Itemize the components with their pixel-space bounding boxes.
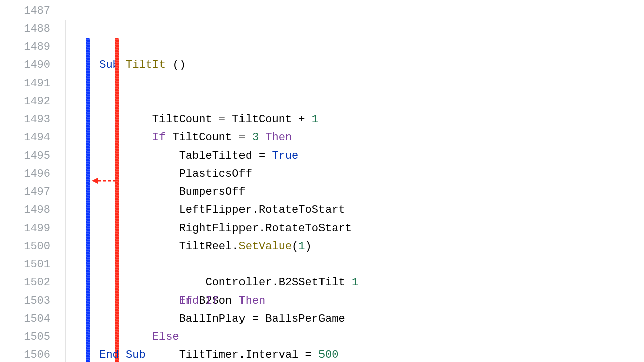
code-line: 1497 If B2Son Then bbox=[0, 183, 644, 201]
code-editor: 1487 1488 Sub TiltIt () 1489 TiltCount =… bbox=[0, 0, 644, 362]
line-number: 1501 bbox=[0, 256, 59, 274]
code-line: 1503 TiltTimer.Enabled = True bbox=[0, 292, 644, 310]
line-number: 1504 bbox=[0, 310, 59, 328]
line-number: 1500 bbox=[0, 238, 59, 256]
code-line: 1502 TiltTimer.Interval = 500 bbox=[0, 274, 644, 292]
line-number: 1492 bbox=[0, 93, 59, 111]
line-number: 1487 bbox=[0, 2, 59, 20]
code-line: 1491 TableTilted = True bbox=[0, 75, 644, 93]
line-number: 1497 bbox=[0, 183, 59, 201]
code-line: 1496 TiltReel.SetValue(1) bbox=[0, 165, 644, 183]
line-number: 1488 bbox=[0, 20, 59, 38]
code-line: 1494 LeftFlipper.RotateToStart bbox=[0, 129, 644, 147]
line-number: 1506 bbox=[0, 346, 59, 362]
line-number: 1494 bbox=[0, 129, 59, 147]
line-number: 1491 bbox=[0, 75, 59, 93]
line-number: 1499 bbox=[0, 220, 59, 238]
line-number: 1496 bbox=[0, 165, 59, 183]
code-line: 1487 bbox=[0, 2, 644, 20]
code-line: 1501 Else bbox=[0, 256, 644, 274]
code-line: 1500 BallInPlay = BallsPerGame bbox=[0, 238, 644, 256]
line-number: 1493 bbox=[0, 111, 59, 129]
code-line: 1495 RightFlipper.RotateToStart bbox=[0, 147, 644, 165]
line-number: 1503 bbox=[0, 292, 59, 310]
code-line: 1506 bbox=[0, 346, 644, 362]
code-line: 1493 BumpersOff bbox=[0, 111, 644, 129]
code-line: 1488 Sub TiltIt () bbox=[0, 20, 644, 38]
line-number: 1498 bbox=[0, 201, 59, 220]
line-number: 1490 bbox=[0, 56, 59, 75]
code-line: 1490 If TiltCount = 3 Then bbox=[0, 56, 644, 75]
code-line: 1504 End If bbox=[0, 310, 644, 328]
line-number: 1495 bbox=[0, 147, 59, 165]
code-line: 1498 Controller.B2SSetTilt 1 bbox=[0, 201, 644, 220]
line-number: 1505 bbox=[0, 328, 59, 346]
code-line: 1489 TiltCount = TiltCount + 1 bbox=[0, 38, 644, 56]
code-line: 1499 End If bbox=[0, 220, 644, 238]
line-number: 1502 bbox=[0, 274, 59, 292]
code-line: 1492 PlasticsOff bbox=[0, 93, 644, 111]
line-number: 1489 bbox=[0, 38, 59, 56]
code-line: 1505 End Sub bbox=[0, 328, 644, 346]
